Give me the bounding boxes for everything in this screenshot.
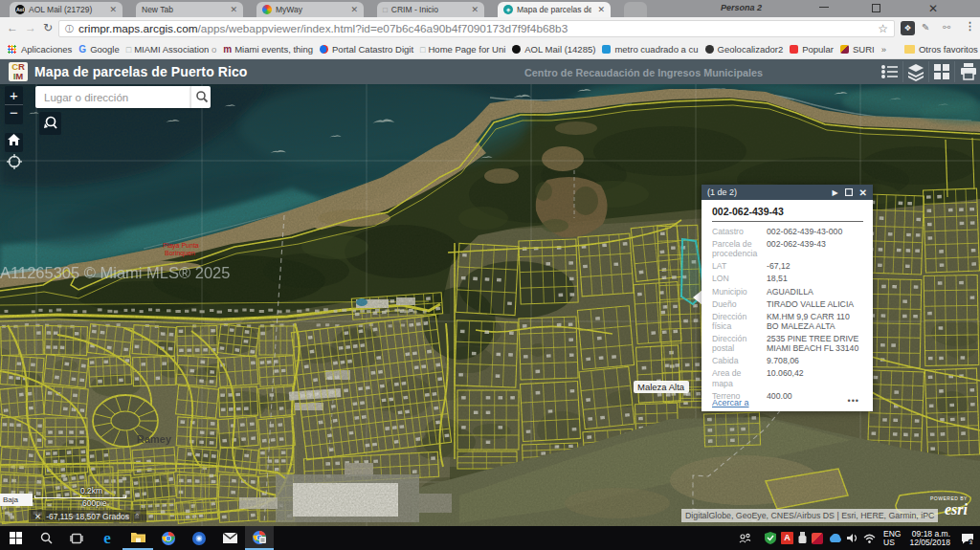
svg-text:Maleza Alta: Maleza Alta — [637, 382, 685, 392]
svg-text:Playa Punta: Playa Punta — [163, 242, 199, 250]
svg-text:Ramey: Ramey — [137, 433, 172, 445]
svg-text:Borinquen: Borinquen — [165, 250, 195, 257]
svg-text:A11265305 © Miami MLS® 2025: A11265305 © Miami MLS® 2025 — [0, 264, 230, 281]
